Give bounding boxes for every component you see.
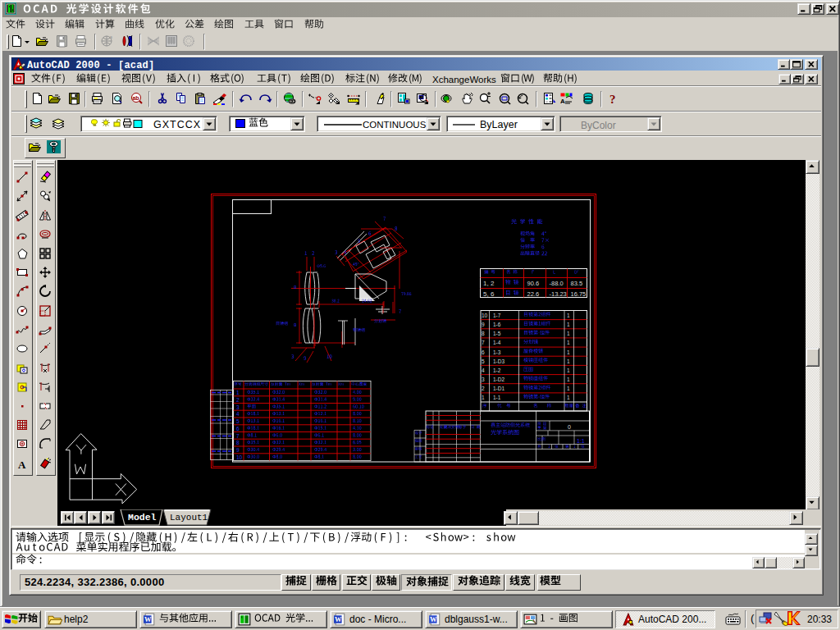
svg-text:3: 3: [236, 404, 240, 410]
svg-text:1-7: 1-7: [493, 313, 501, 318]
svg-text:8: 8: [236, 440, 240, 445]
svg-text:8: 8: [482, 331, 485, 336]
svg-text:1-4: 1-4: [493, 340, 501, 345]
svg-text:90.6: 90.6: [527, 280, 540, 287]
svg-text:4: 4: [482, 368, 485, 373]
svg-text:1: 1: [567, 386, 570, 391]
svg-text:1-D1: 1-D1: [493, 386, 504, 391]
svg-text:4: 4: [236, 411, 240, 417]
svg-text:1: 1: [567, 368, 570, 373]
svg-text:6: 6: [482, 349, 485, 355]
svg-text:83.5: 83.5: [571, 280, 583, 287]
svg-text:A: A: [560, 98, 565, 105]
svg-text:2: 2: [236, 397, 240, 403]
svg-text:1: 1: [567, 377, 570, 382]
svg-text:7: 7: [482, 340, 485, 345]
svg-text:1: 1: [567, 349, 570, 355]
svg-text:2: 2: [482, 386, 485, 391]
svg-text:1, 2: 1, 2: [483, 280, 495, 287]
svg-text:-13.23: -13.23: [550, 290, 567, 298]
svg-text:1: 1: [567, 340, 570, 345]
svg-text:5, 6: 5, 6: [483, 290, 495, 298]
svg-text:0: 0: [568, 424, 571, 430]
svg-text:9: 9: [236, 447, 240, 453]
svg-text:1-6: 1-6: [493, 322, 501, 327]
svg-text:10: 10: [482, 313, 488, 318]
svg-text:22.6: 22.6: [527, 290, 540, 298]
svg-text:1: 1: [482, 395, 485, 400]
svg-text:1: 1: [567, 313, 570, 318]
svg-text:A: A: [18, 459, 26, 471]
svg-text:?: ?: [609, 93, 616, 105]
svg-text:W: W: [430, 615, 437, 623]
svg-text:1-3: 1-3: [493, 349, 501, 355]
svg-text:s: s: [110, 34, 112, 39]
svg-text:5: 5: [482, 358, 485, 364]
svg-text:-88.0: -88.0: [550, 280, 564, 287]
svg-text:10: 10: [236, 454, 243, 460]
svg-text:5: 5: [236, 418, 240, 424]
svg-text:16.75: 16.75: [571, 290, 587, 298]
svg-text:1:1: 1:1: [577, 438, 585, 444]
svg-text:1: 1: [567, 331, 570, 336]
svg-text:1-D2: 1-D2: [493, 377, 504, 382]
svg-text:1: 1: [567, 395, 570, 400]
svg-text:1-5: 1-5: [493, 331, 501, 336]
svg-text:7: 7: [236, 433, 240, 439]
svg-text:3: 3: [482, 377, 485, 382]
svg-text:1-D3: 1-D3: [493, 358, 504, 364]
svg-text:6: 6: [236, 426, 240, 431]
svg-text:1-2: 1-2: [493, 368, 501, 373]
svg-text:W: W: [144, 615, 152, 623]
svg-text:1: 1: [567, 322, 570, 327]
svg-text:1: 1: [567, 358, 570, 364]
svg-text:W: W: [335, 615, 342, 623]
svg-text:1: 1: [236, 390, 240, 395]
svg-text:ab: ab: [132, 95, 139, 101]
svg-text:1-1: 1-1: [493, 395, 501, 400]
svg-text:9: 9: [482, 322, 485, 327]
